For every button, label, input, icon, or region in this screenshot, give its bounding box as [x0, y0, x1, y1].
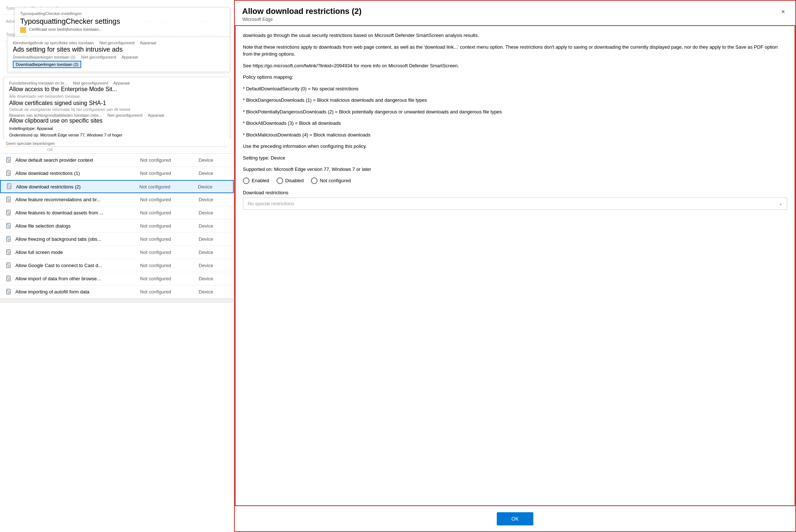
policy-scope: Device: [198, 184, 227, 190]
policy-scope: Device: [199, 171, 228, 176]
policy-options-heading: Policy options mapping:: [243, 74, 787, 81]
policy-doc-icon: [6, 157, 12, 164]
policy-name: Allow download restrictions (2): [16, 184, 139, 190]
overlay-ads-title: Ads setting for sites with intrusive ads: [13, 46, 225, 53]
close-button[interactable]: ×: [778, 7, 788, 17]
option-5: * BlockMaliciousDownloads (4) = Block ma…: [243, 131, 787, 139]
radio-not-configured[interactable]: Not configured: [311, 177, 351, 184]
list-item[interactable]: Allow freezing of background tabs (obs..…: [0, 233, 234, 246]
svg-rect-41: [7, 263, 8, 265]
list-item[interactable]: Allow importing of autofill form data No…: [0, 285, 234, 299]
list-item[interactable]: Allow Google Cast to connect to Cast d..…: [0, 259, 234, 272]
svg-rect-46: [7, 276, 8, 278]
policy-doc-icon: [6, 275, 12, 282]
policy-scope: Device: [199, 210, 228, 216]
svg-rect-16: [7, 197, 8, 199]
list-item[interactable]: Allow features to download assets from .…: [0, 206, 234, 220]
policy-scope: Device: [199, 223, 228, 229]
policy-doc-icon: [6, 249, 12, 256]
overlay-enterprise-title: Allow access to the Enterprise Mode Sit.…: [9, 86, 225, 93]
description-2: Note that these restrictions apply to do…: [243, 44, 787, 58]
radio-disabled-label: Disabled: [285, 178, 304, 183]
policy-name: Allow Google Cast to connect to Cast d..…: [15, 263, 140, 268]
policy-doc-icon: [6, 170, 12, 177]
svg-rect-6: [7, 171, 8, 172]
policy-status: Not configured: [140, 250, 199, 255]
list-item[interactable]: Allow default search provider context No…: [0, 154, 234, 167]
description-1: downloads go through the usual security …: [243, 32, 787, 39]
dropdown-section: Download restrictions No special restric…: [243, 190, 787, 210]
list-item[interactable]: Allow file selection dialogs Not configu…: [0, 220, 234, 233]
ok-bar: OK: [235, 506, 795, 531]
policy-doc-icon: [6, 236, 12, 243]
overlay-clipboard-title: Allow clipboard use on specific sites: [9, 117, 225, 124]
policy-status: Not configured: [140, 157, 199, 163]
radio-not-configured-label: Not configured: [320, 178, 351, 183]
policy-status: Not configured: [140, 263, 199, 268]
radio-group: Enabled Disabled Not configured: [243, 177, 787, 184]
policy-scope: Device: [199, 263, 228, 268]
policy-scope: Device: [199, 250, 228, 255]
policy-status: Not configured: [140, 223, 199, 229]
chevron-down-icon: ⌄: [779, 201, 782, 206]
top-overlay: TyposquattingChecker-instellingen Advert…: [0, 0, 234, 154]
policy-status: Not configured: [139, 184, 198, 190]
policy-doc-icon: [6, 222, 12, 230]
policy-name: Allow importing of autofill form data: [15, 289, 140, 295]
svg-rect-51: [7, 289, 8, 291]
dropdown-select[interactable]: No special restrictions ⌄: [243, 198, 787, 210]
list-item[interactable]: Allow download restrictions (1) Not conf…: [0, 167, 234, 180]
description-3: See https://go.microsoft.com/fwlink/?lin…: [243, 62, 787, 70]
panel-header: Allow download restrictions (2) \Microso…: [235, 1, 795, 25]
overlay-subtitle: TyposquattingChecker-instellingen: [20, 11, 225, 16]
policy-name: Allow features to download assets from .…: [15, 210, 140, 216]
horizontal-scrollbar[interactable]: [0, 299, 234, 303]
svg-rect-31: [7, 236, 8, 238]
radio-not-configured-circle: [311, 177, 318, 184]
dropdown-value: No special restrictions: [248, 201, 294, 206]
radio-enabled[interactable]: Enabled: [243, 177, 269, 184]
selected-policy-row[interactable]: Allow download restrictions (2) Not conf…: [0, 180, 234, 193]
list-item[interactable]: Allow full screen mode Not configured De…: [0, 246, 234, 259]
section-divider: Geen speciale beperkingen: [6, 141, 228, 147]
overlay-certs-title: Allow certificates signed using SHA-1: [9, 100, 225, 106]
policy-name: Allow file selection dialogs: [15, 223, 140, 229]
radio-enabled-label: Enabled: [252, 178, 269, 183]
policy-scope: Device: [199, 157, 228, 163]
supported-on: Supported on: Microsoft Edge version 77,…: [243, 166, 787, 173]
policy-status: Not configured: [140, 210, 199, 216]
policy-list: Allow default search provider context No…: [0, 154, 234, 299]
policy-scope: Device: [199, 197, 228, 202]
ok-button[interactable]: OK: [497, 512, 533, 525]
svg-rect-21: [7, 210, 8, 212]
policy-doc-icon: [6, 262, 12, 269]
policy-status: Not configured: [140, 197, 199, 202]
policy-doc-icon: [6, 288, 12, 296]
option-4: * BlockAllDownloads (3) = Block all down…: [243, 120, 787, 127]
left-panel: TyposquattingChecker-instellingen Advert…: [0, 0, 234, 532]
option-1: * DefaultDownloadSecurity (0) = No speci…: [243, 85, 787, 93]
radio-disabled-circle: [277, 177, 283, 184]
svg-rect-26: [7, 223, 8, 225]
policy-scope: Device: [199, 236, 228, 242]
header-titles: Allow download restrictions (2) \Microso…: [242, 7, 361, 22]
setting-type: Setting type: Device: [243, 154, 787, 162]
svg-rect-36: [7, 250, 8, 251]
breadcrumb: \Microsoft Edge: [242, 17, 361, 22]
policy-doc-icon: [6, 209, 12, 217]
svg-rect-11: [7, 184, 9, 186]
policy-scope: Device: [199, 276, 228, 281]
policy-status: Not configured: [140, 236, 199, 242]
list-item[interactable]: Allow feature recommendations and br... …: [0, 193, 234, 206]
policy-doc-icon: [7, 183, 13, 190]
radio-disabled[interactable]: Disabled: [277, 177, 304, 184]
list-item[interactable]: Allow import of data from other browse..…: [0, 272, 234, 285]
right-panel: Allow download restrictions (2) \Microso…: [234, 0, 796, 532]
radio-enabled-circle: [243, 177, 249, 184]
policy-name: Allow full screen mode: [15, 250, 140, 255]
policy-name: Allow freezing of background tabs (obs..…: [15, 236, 140, 242]
policy-name: Allow feature recommendations and br...: [15, 197, 140, 202]
policy-status: Not configured: [140, 171, 199, 176]
policy-scope: Device: [199, 289, 228, 295]
option-3: * BlockPotentiallyDangerousDownloads (2)…: [243, 108, 787, 116]
